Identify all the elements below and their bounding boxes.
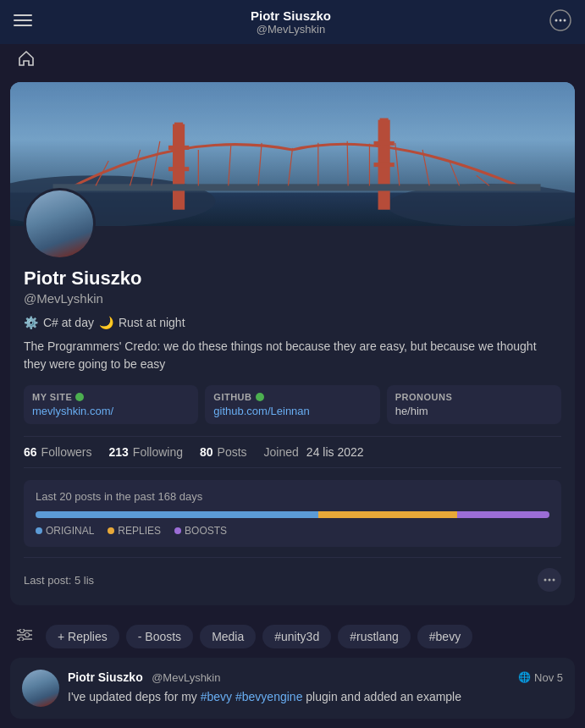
- bar-original: [36, 511, 318, 518]
- post-author-handle: @MevLyshkin: [152, 671, 220, 684]
- unity3d-tab[interactable]: #unity3d: [262, 625, 331, 648]
- legend-original: ORIGINAL: [36, 525, 94, 537]
- bar-legend: ORIGINAL REPLIES BOOSTS: [36, 525, 549, 537]
- post-author-row: Piotr Siuszko @MevLyshkin: [68, 670, 221, 685]
- followers-stat[interactable]: 66 Followers: [24, 445, 91, 459]
- links-row: MY SITE mevlyshkin.com/ GITHUB github.co…: [24, 385, 561, 424]
- my-site-box: MY SITE mevlyshkin.com/: [24, 385, 198, 424]
- svg-rect-0: [14, 14, 32, 16]
- pronouns-label: PRONOUNS: [395, 392, 553, 402]
- bio-csharp-text: C# at day: [43, 316, 94, 329]
- bio-rust-text: Rust at night: [119, 316, 185, 329]
- github-url[interactable]: github.com/Leinnan: [213, 405, 371, 417]
- post-text: I've updated deps for my #bevy #bevyengi…: [68, 688, 563, 706]
- secondary-nav: [0, 44, 585, 72]
- joined-stat: Joined 24 lis 2022: [264, 445, 364, 459]
- followers-count: 66: [24, 445, 37, 459]
- post-text-end: plugin and added an example: [302, 690, 461, 703]
- svg-point-37: [553, 579, 555, 582]
- svg-point-43: [19, 637, 24, 642]
- activity-section: Last 20 posts in the past 168 days ORIGI…: [24, 480, 561, 547]
- more-menu-icon[interactable]: [549, 9, 571, 36]
- my-site-verified-dot: [75, 393, 84, 401]
- nav-handle: @MevLyshkin: [251, 23, 331, 36]
- post-avatar: [22, 670, 59, 707]
- boosts-label: BOOSTS: [185, 525, 227, 537]
- post-date-row: 🌐 Nov 5: [518, 671, 563, 684]
- bio-text: The Programmers' Credo: we do these thin…: [24, 338, 561, 373]
- post-date: Nov 5: [534, 671, 563, 684]
- my-site-url[interactable]: mevlyshkin.com/: [32, 405, 190, 417]
- boosts-tab[interactable]: - Boosts: [126, 625, 193, 648]
- github-box: GITHUB github.com/Leinnan: [205, 385, 379, 424]
- filter-icon[interactable]: [10, 624, 39, 649]
- activity-bar: [36, 511, 549, 518]
- original-label: ORIGINAL: [46, 525, 94, 537]
- joined-label: Joined: [264, 445, 299, 459]
- post-card: Piotr Siuszko @MevLyshkin 🌐 Nov 5 I've u…: [10, 658, 575, 719]
- posts-stat[interactable]: 80 Posts: [200, 445, 247, 459]
- csharp-icon: ⚙️: [24, 316, 38, 329]
- svg-rect-2: [14, 25, 32, 26]
- following-label: Following: [133, 445, 183, 459]
- legend-replies: REPLIES: [108, 525, 161, 537]
- bio-line: ⚙️ C# at day 🌙 Rust at night: [24, 316, 561, 329]
- following-count: 213: [108, 445, 128, 459]
- stats-row: 66 Followers 213 Following 80 Posts Join…: [24, 436, 561, 468]
- pronouns-box: PRONOUNS he/him: [387, 385, 561, 424]
- avatar-container: [24, 188, 96, 260]
- boosts-dot: [174, 527, 181, 534]
- following-stat[interactable]: 213 Following: [108, 445, 183, 459]
- replies-dot: [108, 527, 114, 534]
- menu-icon[interactable]: [14, 11, 32, 34]
- more-options-icon[interactable]: [538, 568, 561, 592]
- nav-title: Piotr Siuszko: [251, 8, 331, 23]
- post-content: Piotr Siuszko @MevLyshkin 🌐 Nov 5 I've u…: [68, 670, 563, 707]
- followers-label: Followers: [41, 445, 92, 459]
- bevy-tab[interactable]: #bevy: [417, 625, 472, 648]
- post-author-name: Piotr Siuszko: [68, 670, 143, 684]
- bar-boosts: [457, 511, 549, 518]
- moon-icon: 🌙: [99, 316, 113, 329]
- original-dot: [36, 527, 42, 534]
- top-nav: Piotr Siuszko @MevLyshkin: [0, 0, 585, 44]
- posts-label: Posts: [218, 445, 247, 459]
- post-text-start: I've updated deps for my: [68, 690, 201, 703]
- pronouns-value: he/him: [395, 405, 553, 417]
- svg-point-35: [544, 579, 547, 582]
- bar-replies: [318, 511, 457, 518]
- activity-title: Last 20 posts in the past 168 days: [36, 490, 549, 503]
- globe-icon: 🌐: [518, 671, 531, 683]
- svg-point-4: [555, 19, 558, 21]
- post-header: Piotr Siuszko @MevLyshkin 🌐 Nov 5: [68, 670, 563, 685]
- svg-point-41: [20, 629, 25, 633]
- profile-info-area: Piotr Siuszko @MevLyshkin ⚙️ C# at day 🌙…: [10, 226, 575, 605]
- profile-name: Piotr Siuszko: [24, 267, 561, 290]
- svg-point-6: [564, 19, 566, 21]
- rustlang-tab[interactable]: #rustlang: [338, 625, 411, 648]
- legend-boosts: BOOSTS: [174, 525, 227, 537]
- post-hashtag2[interactable]: #bevyengine: [235, 690, 302, 703]
- github-label: GITHUB: [213, 392, 371, 402]
- media-tab[interactable]: Media: [200, 625, 256, 648]
- home-icon[interactable]: [17, 49, 36, 72]
- replies-tab[interactable]: + Replies: [46, 625, 119, 648]
- last-post-row: Last post: 5 lis: [24, 557, 561, 592]
- svg-rect-1: [14, 19, 32, 21]
- posts-count: 80: [200, 445, 213, 459]
- svg-point-42: [25, 633, 30, 637]
- avatar: [24, 188, 96, 260]
- joined-date: 24 lis 2022: [306, 445, 364, 459]
- github-verified-dot: [256, 393, 264, 401]
- profile-card: Piotr Siuszko @MevLyshkin ⚙️ C# at day 🌙…: [10, 82, 575, 605]
- nav-center: Piotr Siuszko @MevLyshkin: [251, 8, 331, 36]
- my-site-label: MY SITE: [32, 392, 190, 402]
- svg-point-36: [549, 579, 551, 582]
- post-hashtag1[interactable]: #bevy: [201, 690, 232, 703]
- svg-point-5: [560, 19, 562, 21]
- filter-tabs: + Replies - Boosts Media #unity3d #rustl…: [0, 615, 585, 658]
- profile-handle: @MevLyshkin: [24, 291, 561, 306]
- last-post-text: Last post: 5 lis: [24, 574, 94, 587]
- replies-label: REPLIES: [118, 525, 161, 537]
